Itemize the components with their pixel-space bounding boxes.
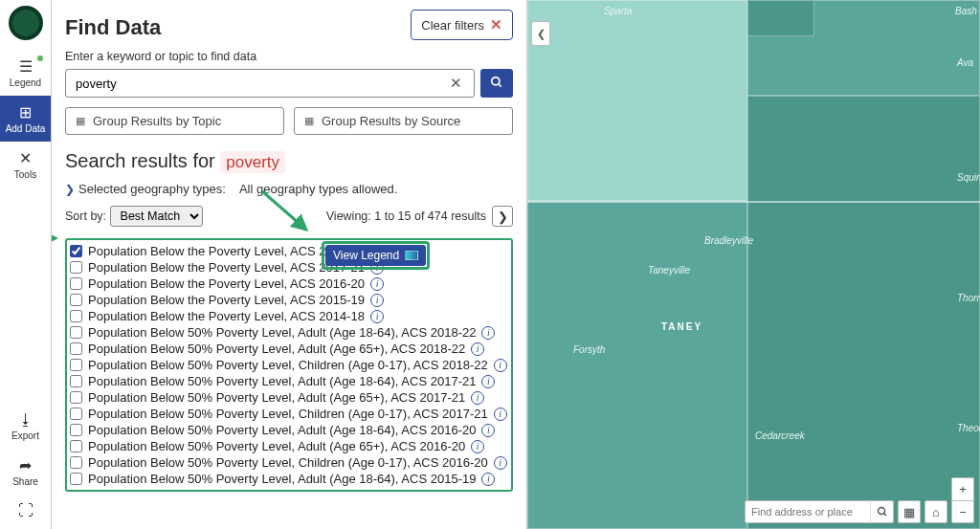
map-label: Cedarcreek bbox=[755, 430, 805, 441]
sidebar-item-add-data[interactable]: ⊞ Add Data bbox=[0, 96, 51, 142]
result-checkbox[interactable] bbox=[70, 261, 82, 274]
result-checkbox[interactable] bbox=[70, 456, 82, 469]
info-icon[interactable]: i bbox=[494, 359, 507, 372]
result-checkbox[interactable] bbox=[70, 326, 82, 339]
info-icon[interactable]: i bbox=[471, 440, 484, 453]
sidebar-item-label: Tools bbox=[14, 169, 36, 180]
sidebar-item-label: Legend bbox=[10, 77, 41, 88]
result-label[interactable]: Population Below the Poverty Level, ACS … bbox=[88, 293, 365, 307]
map-label: Bash bbox=[955, 6, 977, 16]
result-checkbox[interactable] bbox=[70, 277, 82, 290]
viewing-text: Viewing: 1 to 15 of 474 results bbox=[326, 209, 486, 223]
result-label[interactable]: Population Below the Poverty Level, ACS … bbox=[88, 276, 365, 291]
result-checkbox[interactable] bbox=[70, 310, 82, 322]
map-region bbox=[747, 96, 980, 529]
result-label[interactable]: Population Below 50% Poverty Level, Chil… bbox=[88, 455, 488, 470]
search-input[interactable] bbox=[74, 76, 446, 92]
result-label[interactable]: Population Below 50% Poverty Level, Adul… bbox=[88, 390, 465, 405]
result-label[interactable]: Population Below 50% Poverty Level, Adul… bbox=[88, 374, 476, 388]
info-icon[interactable]: i bbox=[481, 326, 495, 340]
result-label[interactable]: Population Below 50% Poverty Level, Chil… bbox=[88, 407, 488, 421]
grid-icon: ▦ bbox=[76, 115, 85, 127]
sidebar-item-label: Add Data bbox=[6, 123, 46, 134]
zoom-in-button[interactable]: + bbox=[951, 477, 974, 500]
result-label[interactable]: Population Below 50% Poverty Level, Adul… bbox=[88, 439, 465, 453]
info-icon[interactable]: i bbox=[494, 408, 507, 421]
result-checkbox[interactable] bbox=[70, 473, 82, 485]
view-legend-button[interactable]: View Legend bbox=[325, 245, 426, 266]
map-label: Squires bbox=[957, 172, 980, 183]
next-page-button[interactable]: ❯ bbox=[492, 206, 513, 227]
map-region bbox=[527, 0, 747, 201]
sidebar-item-tools[interactable]: ✕ Tools bbox=[0, 142, 51, 187]
sort-select[interactable]: Best Match bbox=[110, 206, 203, 227]
result-label[interactable]: Population Below the Poverty Level, ACS … bbox=[88, 309, 365, 323]
result-label[interactable]: Population Below 50% Poverty Level, Adul… bbox=[88, 472, 476, 486]
info-icon[interactable]: i bbox=[494, 456, 507, 470]
search-icon bbox=[490, 76, 503, 92]
chevron-right-icon: ❯ bbox=[498, 209, 508, 224]
result-label[interactable]: Population Below 50% Poverty Level, Adul… bbox=[88, 423, 476, 437]
svg-point-0 bbox=[492, 77, 500, 84]
result-checkbox[interactable] bbox=[70, 359, 82, 371]
info-icon[interactable]: i bbox=[370, 310, 384, 323]
share-icon: ➦ bbox=[19, 456, 32, 474]
svg-line-1 bbox=[499, 83, 501, 86]
group-by-topic-button[interactable]: ▦ Group Results by Topic bbox=[65, 107, 284, 135]
app-sidebar: ☰ Legend ⊞ Add Data ✕ Tools ⭳ Export ➦ S… bbox=[0, 0, 52, 529]
info-icon[interactable]: i bbox=[471, 342, 484, 356]
sidebar-item-export[interactable]: ⭳ Export bbox=[0, 404, 51, 449]
result-checkbox[interactable] bbox=[70, 424, 82, 436]
map-search-button[interactable] bbox=[870, 500, 893, 523]
sidebar-item-legend[interactable]: ☰ Legend bbox=[0, 50, 51, 96]
collapse-panel-button[interactable]: ❮ bbox=[531, 21, 550, 46]
result-checkbox[interactable] bbox=[70, 294, 82, 306]
info-icon[interactable]: i bbox=[370, 277, 384, 291]
app-logo bbox=[9, 6, 43, 40]
sidebar-item-label: Export bbox=[11, 430, 39, 441]
map-region bbox=[527, 201, 747, 529]
basemap-button[interactable]: ▦ bbox=[898, 500, 921, 523]
clear-input-icon[interactable]: ✕ bbox=[446, 75, 466, 92]
result-checkbox[interactable] bbox=[70, 440, 82, 452]
chevron-right-icon: ❯ bbox=[65, 183, 75, 196]
clear-filters-button[interactable]: Clear filters ✕ bbox=[411, 10, 513, 40]
info-icon[interactable]: i bbox=[481, 375, 495, 388]
result-checkbox[interactable] bbox=[70, 375, 82, 387]
search-button[interactable] bbox=[480, 69, 513, 98]
result-label[interactable]: Population Below 50% Poverty Level, Adul… bbox=[88, 325, 476, 340]
info-icon[interactable]: i bbox=[481, 473, 495, 486]
map-search bbox=[745, 500, 894, 523]
results-prefix: Search results for bbox=[65, 150, 215, 171]
result-checkbox[interactable] bbox=[70, 408, 82, 420]
sidebar-item-label: Share bbox=[12, 476, 38, 487]
sidebar-item-share[interactable]: ➦ Share bbox=[0, 449, 51, 495]
result-label[interactable]: Population Below 50% Poverty Level, Chil… bbox=[88, 358, 488, 372]
map-canvas[interactable]: Sparta Bash Ava Squires Bradleyville Tan… bbox=[527, 0, 980, 529]
result-item: Population Below 50% Poverty Level, Adul… bbox=[70, 341, 508, 357]
result-item: Population Below 50% Poverty Level, Chil… bbox=[70, 357, 508, 373]
list-icon: ☰ bbox=[19, 57, 33, 76]
info-icon[interactable]: i bbox=[481, 424, 495, 437]
search-input-wrap: ✕ bbox=[65, 69, 475, 98]
result-checkbox[interactable] bbox=[70, 245, 82, 257]
map-region bbox=[747, 0, 814, 36]
map-county-label: TANEY bbox=[661, 321, 702, 332]
result-item: Population Below the Poverty Level, ACS … bbox=[70, 308, 508, 324]
sidebar-item-fullscreen[interactable]: ⛶ bbox=[0, 495, 51, 529]
result-checkbox[interactable] bbox=[70, 391, 82, 404]
zoom-out-button[interactable]: − bbox=[951, 500, 974, 523]
info-icon[interactable]: i bbox=[471, 391, 484, 405]
home-extent-button[interactable]: ⌂ bbox=[924, 500, 947, 523]
chevron-left-icon: ❮ bbox=[537, 28, 546, 40]
result-checkbox[interactable] bbox=[70, 342, 82, 355]
geo-label: Selected geography types: bbox=[78, 182, 226, 196]
result-label[interactable]: Population Below 50% Poverty Level, Adul… bbox=[88, 342, 465, 356]
group-topic-label: Group Results by Topic bbox=[93, 114, 221, 128]
map-border bbox=[527, 201, 980, 203]
map-search-input[interactable] bbox=[746, 506, 870, 518]
result-item: Population Below 50% Poverty Level, Adul… bbox=[70, 438, 508, 454]
group-by-source-button[interactable]: ▦ Group Results by Source bbox=[294, 107, 513, 135]
result-item: Population Below 50% Poverty Level, Chil… bbox=[70, 406, 508, 422]
info-icon[interactable]: i bbox=[370, 294, 384, 307]
